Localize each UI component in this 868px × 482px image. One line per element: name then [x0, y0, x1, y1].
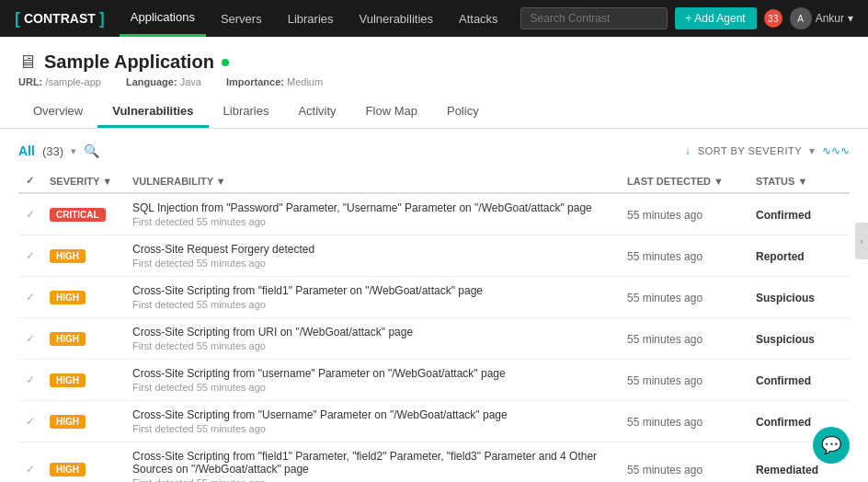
user-menu[interactable]: A Ankur ▾ — [790, 7, 853, 29]
row-check-3[interactable]: ✓ — [18, 318, 42, 360]
row-check-0[interactable]: ✓ — [18, 193, 42, 235]
severity-badge: HIGH — [50, 415, 86, 429]
table-row[interactable]: ✓ HIGH Cross-Site Scripting from "field1… — [18, 277, 850, 318]
row-vuln-0: SQL Injection from "Password" Parameter,… — [125, 193, 620, 235]
page-header: 🖥 Sample Application URL: /sample-app La… — [0, 37, 868, 129]
notification-badge[interactable]: 33 — [764, 9, 782, 28]
vuln-name: Cross-Site Scripting from "Username" Par… — [132, 408, 612, 421]
vulnerabilities-table: ✓ Severity ▼ Vulnerability ▼ Last Detect… — [18, 169, 850, 482]
app-url: URL: /sample-app — [18, 76, 115, 87]
status-badge: Reported — [756, 250, 805, 263]
page-title: Sample Application — [44, 52, 214, 73]
tabs: Overview Vulnerabilities Libraries Activ… — [18, 97, 850, 128]
vuln-first-detected: First detected 55 minutes ago — [132, 423, 612, 434]
filter-dropdown-arrow[interactable]: ▾ — [71, 145, 76, 157]
row-check-1[interactable]: ✓ — [18, 235, 42, 277]
vuln-name: Cross-Site Scripting from "field1" Param… — [132, 450, 612, 476]
th-last-detected[interactable]: Last Detected ▼ — [620, 169, 748, 193]
severity-badge: CRITICAL — [50, 208, 106, 222]
vuln-name: Cross-Site Scripting from "field1" Param… — [132, 284, 612, 297]
vuln-first-detected: First detected 55 minutes ago — [132, 258, 612, 269]
status-badge: Suspicious — [756, 333, 815, 346]
nav-right: + Add Agent 33 A Ankur ▾ — [520, 7, 853, 29]
tab-flowmap[interactable]: Flow Map — [351, 97, 432, 128]
add-agent-button[interactable]: + Add Agent — [675, 7, 757, 29]
table-row[interactable]: ✓ HIGH Cross-Site Scripting from "field1… — [18, 442, 850, 483]
vuln-search-icon[interactable]: 🔍 — [84, 143, 99, 158]
row-detected-1: 55 minutes ago — [620, 235, 748, 277]
table-row[interactable]: ✓ HIGH Cross-Site Scripting from URI on … — [18, 318, 850, 360]
vuln-first-detected: First detected 55 minutes ago — [132, 216, 612, 227]
row-status-3: Suspicious — [748, 318, 850, 360]
row-status-0: Confirmed — [748, 193, 850, 235]
logo-bracket-close: ] — [99, 9, 105, 29]
nav-servers[interactable]: Servers — [210, 0, 273, 37]
table-row[interactable]: ✓ CRITICAL SQL Injection from "Password"… — [18, 193, 850, 235]
row-detected-5: 55 minutes ago — [620, 401, 748, 442]
row-severity-1: HIGH — [42, 235, 125, 277]
vuln-first-detected: First detected 55 minutes ago — [132, 299, 612, 310]
app-language: Language: Java — [126, 76, 215, 87]
detected-time: 55 minutes ago — [627, 374, 702, 387]
detected-time: 55 minutes ago — [627, 292, 702, 304]
search-input[interactable] — [520, 7, 668, 29]
row-vuln-6: Cross-Site Scripting from "field1" Param… — [125, 442, 620, 483]
row-check-4[interactable]: ✓ — [18, 360, 42, 401]
filter-all-label[interactable]: All — [18, 143, 35, 158]
chat-button[interactable]: 💬 — [813, 427, 850, 464]
tab-overview[interactable]: Overview — [18, 97, 97, 128]
avatar: A — [790, 7, 812, 29]
tab-libraries[interactable]: Libraries — [209, 97, 284, 128]
logo-text: CONTRAST — [24, 11, 96, 26]
row-status-1: Reported — [748, 235, 850, 277]
tab-activity[interactable]: Activity — [283, 97, 350, 128]
sparkline-chart: ∿∿∿ — [822, 144, 850, 157]
th-status[interactable]: Status ▼ — [748, 169, 850, 193]
vuln-name: Cross-Site Scripting from URI on "/WebGo… — [132, 326, 612, 339]
nav-libraries[interactable]: Libraries — [277, 0, 345, 37]
table-row[interactable]: ✓ HIGH Cross-Site Request Forgery detect… — [18, 235, 850, 277]
tab-policy[interactable]: Policy — [432, 97, 494, 128]
check-icon: ✓ — [26, 175, 34, 186]
status-badge: Suspicious — [756, 292, 815, 304]
table-row[interactable]: ✓ HIGH Cross-Site Scripting from "userna… — [18, 360, 850, 401]
filter-count: (33) — [42, 144, 63, 158]
row-severity-2: HIGH — [42, 277, 125, 318]
nav-vulnerabilities[interactable]: Vulnerabilities — [348, 0, 444, 37]
sort-direction-icon: ↓ — [685, 144, 691, 157]
severity-badge: HIGH — [50, 249, 86, 263]
sort-dropdown-arrow[interactable]: ▾ — [809, 144, 815, 157]
app-title-row: 🖥 Sample Application — [18, 52, 850, 73]
table-row[interactable]: ✓ HIGH Cross-Site Scripting from "Userna… — [18, 401, 850, 442]
sidebar-toggle[interactable]: › — [855, 223, 868, 259]
nav-attacks[interactable]: Attacks — [448, 0, 509, 37]
tab-vulnerabilities[interactable]: Vulnerabilities — [97, 97, 208, 128]
row-detected-6: 55 minutes ago — [620, 442, 748, 483]
row-vuln-4: Cross-Site Scripting from "username" Par… — [125, 360, 620, 401]
row-detected-4: 55 minutes ago — [620, 360, 748, 401]
row-check-2[interactable]: ✓ — [18, 277, 42, 318]
vuln-first-detected: First detected 55 minutes ago — [132, 340, 612, 351]
row-status-2: Suspicious — [748, 277, 850, 318]
row-severity-4: HIGH — [42, 360, 125, 401]
row-detected-0: 55 minutes ago — [620, 193, 748, 235]
app-meta: URL: /sample-app Language: Java Importan… — [18, 76, 850, 87]
detected-time: 55 minutes ago — [627, 250, 702, 263]
detected-time: 55 minutes ago — [627, 464, 702, 476]
row-detected-2: 55 minutes ago — [620, 277, 748, 318]
row-severity-0: CRITICAL — [42, 193, 125, 235]
status-badge: Confirmed — [756, 209, 811, 222]
severity-badge: HIGH — [50, 291, 86, 304]
th-severity[interactable]: Severity ▼ — [42, 169, 125, 193]
row-severity-6: HIGH — [42, 442, 125, 483]
th-vulnerability[interactable]: Vulnerability ▼ — [125, 169, 620, 193]
detected-time: 55 minutes ago — [627, 209, 702, 222]
row-vuln-3: Cross-Site Scripting from URI on "/WebGo… — [125, 318, 620, 360]
row-check-6[interactable]: ✓ — [18, 442, 42, 483]
logo: [ CONTRAST ] — [15, 9, 105, 29]
vuln-first-detected: First detected 55 minutes ago — [132, 382, 612, 393]
logo-bracket-open: [ — [15, 9, 20, 29]
nav-applications[interactable]: Applications — [120, 0, 206, 37]
topnav: [ CONTRAST ] Applications Servers Librar… — [0, 0, 868, 37]
row-check-5[interactable]: ✓ — [18, 401, 42, 442]
